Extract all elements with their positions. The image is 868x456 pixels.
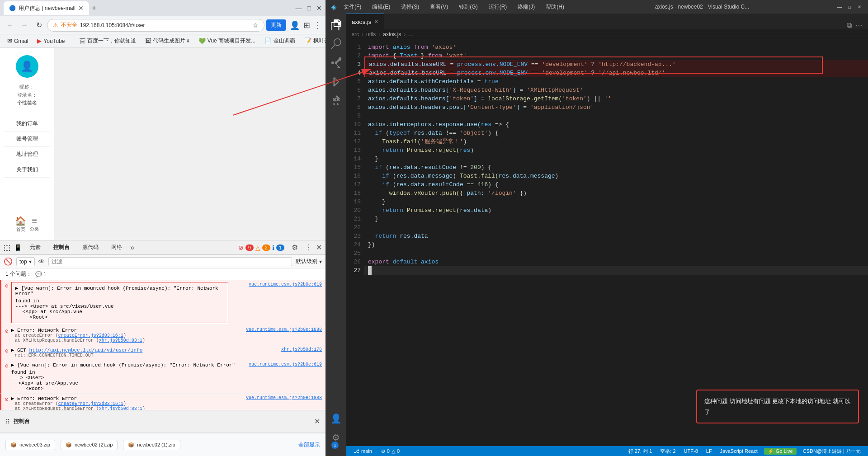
statusbar-left-area: ⎇ main ⊘ 0 △ 0 — [352, 448, 401, 454]
statusbar-language[interactable]: JavaScript React — [718, 448, 760, 455]
menu-view[interactable]: 查看(V) — [426, 2, 452, 12]
url-display: 192.168.0.105:8084/#/user — [80, 22, 250, 28]
activity-extensions[interactable] — [328, 93, 344, 108]
statusbar-csdn[interactable]: CSDN@博上游游 | 乃一元 — [801, 448, 863, 455]
bookmark-vue[interactable]: 💚 Vue 商城项目开发... — [195, 36, 259, 46]
entry-1-source[interactable]: vue.runtime.esm.js?2b0e:619 — [249, 282, 322, 287]
xhr-link[interactable]: xhr.js?b50d:83:1 — [99, 338, 142, 343]
active-tab[interactable]: 🔵 用户信息 | newbee-mall ✕ — [4, 1, 89, 15]
tab-elements[interactable]: 元素 — [25, 242, 45, 253]
statusbar-live-server[interactable]: ⚡ Go Live — [764, 448, 797, 455]
vscode-minimize[interactable]: — — [836, 4, 843, 10]
statusbar-spaces[interactable]: 空格: 2 — [658, 448, 677, 455]
vscode-restore[interactable]: □ — [846, 4, 853, 10]
bookmark-youtube[interactable]: ▶ YouTube — [33, 37, 68, 45]
code-line-16: if (res.data.message) Toast.fail(res.dat… — [364, 172, 868, 180]
activity-run[interactable] — [328, 74, 344, 89]
xhr-link-2[interactable]: xhr.js?b50d:83:1 — [99, 406, 142, 410]
menu-goto[interactable]: 转到(G) — [455, 2, 481, 12]
statusbar-encoding[interactable]: UTF-8 — [682, 448, 700, 455]
bookmark-jinshan[interactable]: 📄 金山调霸 — [261, 36, 299, 46]
maximize-icon[interactable]: □ — [307, 5, 311, 12]
code-line-4: axios.defaults.baseURL = process.env.NOD… — [364, 69, 868, 77]
menu-edit[interactable]: 编辑(E) — [368, 2, 394, 12]
vscode-close[interactable]: ✕ — [856, 4, 863, 10]
tab-network[interactable]: 网络 — [107, 242, 127, 253]
create-error-link-2[interactable]: createError.js?2d83:16:1 — [58, 401, 123, 406]
more-tabs-icon[interactable]: » — [130, 244, 134, 252]
entry-1-trace: ---> <User> at src/views/User.vue <App> … — [15, 304, 224, 320]
tab-close-button[interactable]: ✕ — [78, 5, 84, 12]
close-icon[interactable]: ✕ — [316, 5, 322, 12]
home-nav-item[interactable]: 🏠 首页 — [15, 216, 26, 233]
more-actions-icon[interactable]: ⋯ — [855, 21, 863, 29]
code-icon: 🖼 — [145, 38, 151, 44]
bookmark-code[interactable]: 🖼 代码生成图片 x — [142, 36, 193, 46]
update-button[interactable]: 更新 — [266, 19, 286, 31]
classify-nav-item[interactable]: ≡ 分类 — [30, 216, 39, 233]
show-all-downloads-button[interactable]: 全部显示 — [298, 441, 320, 449]
top-filter-button[interactable]: top ▾ — [16, 257, 35, 266]
mobile-icon[interactable]: 📱 — [14, 244, 22, 251]
activity-explorer[interactable] — [328, 17, 344, 33]
download-item-3[interactable]: 📦 newbee02 (1).zip — [123, 440, 180, 450]
tab-axios-close[interactable]: ✕ — [374, 19, 378, 25]
activity-account[interactable]: 👤 — [328, 411, 344, 426]
entry-2-main: ▶ Error: Network Error — [11, 327, 246, 333]
statusbar-warn-count: 0 — [397, 448, 400, 454]
entry-5-source[interactable]: vue.runtime.esm.js?2b0e:1888 — [246, 395, 322, 400]
sidebar-item-address[interactable]: 地址管理 — [4, 147, 50, 162]
tab-source[interactable]: 源代码 — [78, 242, 103, 253]
tab-console[interactable]: 控制台 — [49, 242, 74, 253]
refresh-button[interactable]: ↻ — [33, 19, 45, 32]
ban-icon[interactable]: 🚫 — [4, 257, 13, 266]
statusbar-line-col[interactable]: 行 27, 列 1 — [627, 448, 654, 455]
activity-search[interactable] — [328, 36, 344, 52]
code-content[interactable]: import axios from 'axios' import { Toast… — [364, 39, 868, 446]
profile-icon[interactable]: 👤 — [290, 20, 300, 30]
filter-input[interactable] — [48, 257, 292, 266]
menu-help[interactable]: 帮助(H) — [542, 2, 568, 12]
sidebar-item-account[interactable]: 账号管理 — [4, 132, 50, 147]
forward-button[interactable]: → — [18, 19, 31, 32]
new-tab-button[interactable]: + — [92, 4, 97, 13]
download-item-1[interactable]: 📦 newbee03.zip — [5, 440, 55, 450]
inspect-icon[interactable]: ⬚ — [4, 243, 10, 252]
address-bar[interactable]: ⚠ 不安全 192.168.0.105:8084/#/user ☆ — [47, 19, 264, 32]
console-close-icon[interactable]: ✕ — [314, 417, 320, 426]
menu-terminal[interactable]: 终端(J) — [514, 2, 538, 12]
settings-icon[interactable]: ⋮ — [314, 20, 322, 30]
editor-tab-axios[interactable]: axios.js ✕ — [346, 14, 384, 29]
log-level-dropdown[interactable]: 默认级别 ▾ — [296, 258, 322, 265]
entry-3-source[interactable]: xhr.js?b50d:178 — [281, 347, 322, 352]
statusbar-eol[interactable]: LF — [704, 448, 714, 455]
vscode-logo-icon: ◈ — [331, 3, 336, 11]
extensions-icon[interactable]: ⊞ — [303, 20, 310, 30]
entry-4-source[interactable]: vue.runtime.esm.js?2b0e:619 — [249, 362, 322, 367]
back-button[interactable]: ← — [4, 19, 16, 32]
menu-file[interactable]: 文件(F) — [340, 2, 365, 12]
split-editor-icon[interactable]: ⧉ — [847, 21, 852, 29]
statusbar-errors[interactable]: ⊘ 0 △ 0 — [379, 448, 401, 454]
minimize-icon[interactable]: — — [296, 5, 302, 12]
eye-icon[interactable]: 👁 — [38, 258, 45, 265]
create-error-link[interactable]: createError.js?2d83:16:1 — [58, 333, 123, 338]
sidebar-item-about[interactable]: 关于我们 — [4, 162, 50, 178]
download-name-2: newbee02 (2).zip — [75, 442, 113, 447]
code-line-7: axios.defaults.headers['token'] = localS… — [364, 94, 868, 103]
bookmark-gmail[interactable]: ✉ Gmail — [4, 37, 32, 45]
entry-2-source[interactable]: vue.runtime.esm.js?2b0e:1888 — [246, 327, 322, 332]
sidebar-item-orders[interactable]: 我的订单 — [4, 116, 50, 132]
vscode-titlebar: ◈ 文件(F) 编辑(E) 选择(S) 查看(V) 转到(G) 运行(R) 终端… — [326, 0, 868, 14]
menu-run[interactable]: 运行(R) — [485, 2, 511, 12]
statusbar-git-icon[interactable]: ⎇ main — [352, 448, 374, 454]
devtools-more-icon[interactable]: ⋮ — [305, 243, 312, 252]
download-item-2[interactable]: 📦 newbee02 (2).zip — [61, 440, 118, 450]
activity-git[interactable] — [328, 55, 344, 71]
api-link-1[interactable]: http://api.newbee.ltd/api/v1/user/info — [29, 348, 142, 353]
menu-select[interactable]: 选择(S) — [397, 2, 423, 12]
bookmark-baidu[interactable]: 百 百度一下，你就知道 — [76, 36, 140, 46]
devtools-close-button[interactable]: ✕ — [316, 243, 322, 252]
settings-gear-icon[interactable]: ⚙ — [292, 243, 298, 252]
star-icon[interactable]: ☆ — [253, 22, 259, 29]
